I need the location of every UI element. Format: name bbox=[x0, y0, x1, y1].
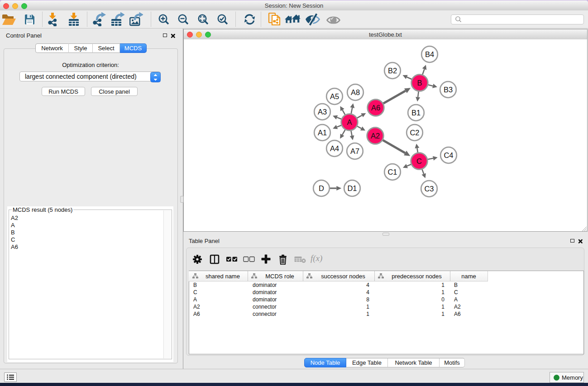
svg-text:A2: A2 bbox=[371, 132, 380, 140]
svg-text:B1: B1 bbox=[411, 109, 421, 117]
svg-text:C3: C3 bbox=[424, 185, 434, 193]
svg-text:A8: A8 bbox=[351, 88, 360, 96]
svg-text:A1: A1 bbox=[318, 129, 327, 137]
svg-text:A6: A6 bbox=[371, 104, 380, 112]
svg-text:A3: A3 bbox=[318, 108, 327, 116]
svg-text:D: D bbox=[319, 184, 324, 192]
svg-text:A5: A5 bbox=[330, 92, 339, 100]
svg-text:D1: D1 bbox=[347, 184, 357, 192]
svg-text:B2: B2 bbox=[388, 67, 397, 75]
svg-text:B3: B3 bbox=[444, 86, 453, 94]
svg-text:A4: A4 bbox=[330, 144, 339, 152]
svg-text:B: B bbox=[417, 79, 422, 87]
svg-text:C4: C4 bbox=[444, 151, 453, 159]
svg-text:C2: C2 bbox=[410, 129, 419, 137]
svg-text:B4: B4 bbox=[425, 50, 434, 58]
svg-text:C1: C1 bbox=[387, 168, 397, 176]
svg-text:C: C bbox=[416, 157, 422, 165]
svg-text:A: A bbox=[347, 118, 352, 126]
svg-text:A7: A7 bbox=[350, 147, 359, 155]
